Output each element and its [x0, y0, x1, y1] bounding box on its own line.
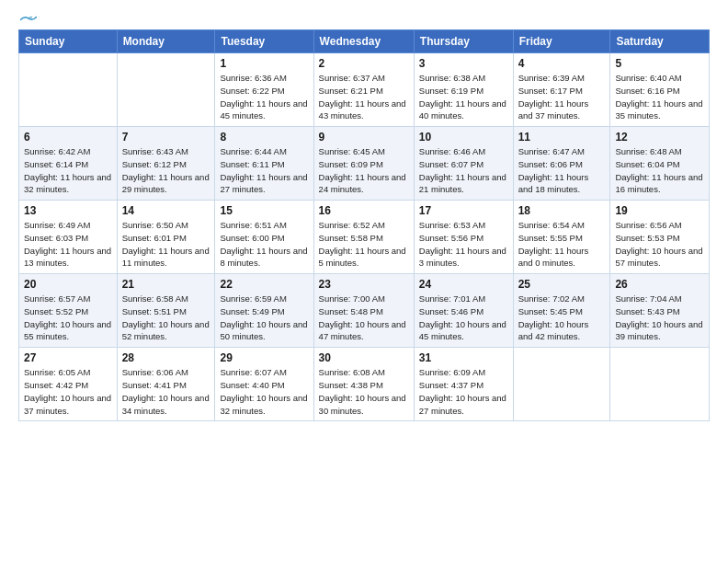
day-number: 7 — [122, 131, 210, 144]
calendar-cell: 25Sunrise: 7:02 AMSunset: 5:45 PMDayligh… — [513, 274, 610, 348]
calendar-table: SundayMondayTuesdayWednesdayThursdayFrid… — [18, 29, 710, 421]
day-info: Sunrise: 6:45 AMSunset: 6:09 PMDaylight:… — [319, 145, 409, 196]
day-number: 25 — [518, 278, 606, 291]
calendar-cell: 28Sunrise: 6:06 AMSunset: 4:41 PMDayligh… — [117, 348, 215, 421]
calendar-cell: 20Sunrise: 6:57 AMSunset: 5:52 PMDayligh… — [19, 274, 118, 348]
day-info: Sunrise: 6:08 AMSunset: 4:38 PMDaylight:… — [319, 366, 409, 417]
day-number: 1 — [220, 57, 308, 70]
day-info: Sunrise: 6:36 AMSunset: 6:22 PMDaylight:… — [220, 72, 308, 122]
calendar-cell: 23Sunrise: 7:00 AMSunset: 5:48 PMDayligh… — [313, 274, 414, 348]
calendar-cell: 14Sunrise: 6:50 AMSunset: 6:01 PMDayligh… — [117, 201, 215, 274]
day-info: Sunrise: 6:46 AMSunset: 6:07 PMDaylight:… — [419, 145, 508, 196]
day-number: 31 — [419, 351, 508, 364]
weekday-header-sunday: Sunday — [19, 30, 118, 53]
day-info: Sunrise: 6:48 AMSunset: 6:04 PMDaylight:… — [615, 145, 704, 196]
day-info: Sunrise: 6:52 AMSunset: 5:58 PMDaylight:… — [319, 219, 409, 270]
calendar-cell: 11Sunrise: 6:47 AMSunset: 6:06 PMDayligh… — [513, 127, 610, 201]
day-number: 12 — [615, 131, 704, 144]
calendar-cell: 10Sunrise: 6:46 AMSunset: 6:07 PMDayligh… — [414, 127, 513, 201]
calendar-week-1: 1Sunrise: 6:36 AMSunset: 6:22 PMDaylight… — [19, 53, 710, 127]
day-info: Sunrise: 6:43 AMSunset: 6:12 PMDaylight:… — [122, 145, 210, 196]
calendar-cell: 27Sunrise: 6:05 AMSunset: 4:42 PMDayligh… — [19, 348, 118, 421]
day-info: Sunrise: 6:51 AMSunset: 6:00 PMDaylight:… — [220, 219, 308, 270]
calendar-cell: 1Sunrise: 6:36 AMSunset: 6:22 PMDaylight… — [215, 53, 313, 127]
day-info: Sunrise: 6:42 AMSunset: 6:14 PMDaylight:… — [24, 145, 112, 196]
day-number: 18 — [518, 204, 606, 217]
calendar-cell: 7Sunrise: 6:43 AMSunset: 6:12 PMDaylight… — [117, 127, 215, 201]
day-number: 24 — [419, 278, 508, 291]
day-info: Sunrise: 7:00 AMSunset: 5:48 PMDaylight:… — [319, 293, 409, 343]
day-number: 26 — [615, 278, 704, 291]
day-number: 9 — [319, 131, 409, 144]
calendar-cell: 24Sunrise: 7:01 AMSunset: 5:46 PMDayligh… — [414, 274, 513, 348]
calendar-week-4: 20Sunrise: 6:57 AMSunset: 5:52 PMDayligh… — [19, 274, 710, 348]
day-number: 29 — [220, 351, 308, 364]
logo-bird-icon — [20, 15, 37, 26]
day-number: 8 — [220, 131, 308, 144]
day-number: 3 — [419, 57, 508, 70]
day-number: 23 — [319, 278, 409, 291]
day-info: Sunrise: 6:06 AMSunset: 4:41 PMDaylight:… — [122, 366, 210, 417]
calendar-cell: 22Sunrise: 6:59 AMSunset: 5:49 PMDayligh… — [215, 274, 313, 348]
calendar-cell: 31Sunrise: 6:09 AMSunset: 4:37 PMDayligh… — [414, 348, 513, 421]
day-info: Sunrise: 6:44 AMSunset: 6:11 PMDaylight:… — [220, 145, 308, 196]
calendar-cell: 30Sunrise: 6:08 AMSunset: 4:38 PMDayligh… — [313, 348, 414, 421]
day-number: 16 — [319, 204, 409, 217]
day-info: Sunrise: 6:57 AMSunset: 5:52 PMDaylight:… — [24, 293, 112, 343]
day-number: 22 — [220, 278, 308, 291]
calendar-cell: 4Sunrise: 6:39 AMSunset: 6:17 PMDaylight… — [513, 53, 610, 127]
calendar-cell: 6Sunrise: 6:42 AMSunset: 6:14 PMDaylight… — [19, 127, 118, 201]
day-info: Sunrise: 6:58 AMSunset: 5:51 PMDaylight:… — [122, 293, 210, 343]
calendar-cell: 19Sunrise: 6:56 AMSunset: 5:53 PMDayligh… — [610, 201, 710, 274]
calendar-week-5: 27Sunrise: 6:05 AMSunset: 4:42 PMDayligh… — [19, 348, 710, 421]
day-number: 10 — [419, 131, 508, 144]
day-number: 20 — [24, 278, 112, 291]
day-number: 2 — [319, 57, 409, 70]
calendar-week-2: 6Sunrise: 6:42 AMSunset: 6:14 PMDaylight… — [19, 127, 710, 201]
day-info: Sunrise: 7:04 AMSunset: 5:43 PMDaylight:… — [615, 293, 704, 343]
calendar-cell: 5Sunrise: 6:40 AMSunset: 6:16 PMDaylight… — [610, 53, 710, 127]
day-info: Sunrise: 6:47 AMSunset: 6:06 PMDaylight:… — [518, 145, 606, 196]
day-info: Sunrise: 6:37 AMSunset: 6:21 PMDaylight:… — [319, 72, 409, 122]
calendar-cell: 29Sunrise: 6:07 AMSunset: 4:40 PMDayligh… — [215, 348, 313, 421]
calendar-cell: 13Sunrise: 6:49 AMSunset: 6:03 PMDayligh… — [19, 201, 118, 274]
day-info: Sunrise: 6:56 AMSunset: 5:53 PMDaylight:… — [615, 219, 704, 270]
day-number: 21 — [122, 278, 210, 291]
calendar-cell: 26Sunrise: 7:04 AMSunset: 5:43 PMDayligh… — [610, 274, 710, 348]
day-number: 6 — [24, 131, 112, 144]
calendar-cell — [513, 348, 610, 421]
weekday-header-friday: Friday — [513, 30, 610, 53]
day-number: 13 — [24, 204, 112, 217]
calendar-cell: 8Sunrise: 6:44 AMSunset: 6:11 PMDaylight… — [215, 127, 313, 201]
day-number: 17 — [419, 204, 508, 217]
calendar-cell: 15Sunrise: 6:51 AMSunset: 6:00 PMDayligh… — [215, 201, 313, 274]
logo — [18, 15, 37, 22]
day-info: Sunrise: 6:49 AMSunset: 6:03 PMDaylight:… — [24, 219, 112, 270]
day-info: Sunrise: 6:40 AMSunset: 6:16 PMDaylight:… — [615, 72, 704, 122]
day-number: 28 — [122, 351, 210, 364]
weekday-header-wednesday: Wednesday — [313, 30, 414, 53]
day-info: Sunrise: 6:09 AMSunset: 4:37 PMDaylight:… — [419, 366, 508, 417]
day-number: 14 — [122, 204, 210, 217]
day-info: Sunrise: 7:01 AMSunset: 5:46 PMDaylight:… — [419, 293, 508, 343]
day-info: Sunrise: 6:54 AMSunset: 5:55 PMDaylight:… — [518, 219, 606, 270]
day-info: Sunrise: 6:38 AMSunset: 6:19 PMDaylight:… — [419, 72, 508, 122]
calendar-cell — [19, 53, 118, 127]
day-info: Sunrise: 6:53 AMSunset: 5:56 PMDaylight:… — [419, 219, 508, 270]
header — [18, 15, 710, 22]
day-info: Sunrise: 6:39 AMSunset: 6:17 PMDaylight:… — [518, 72, 606, 122]
page: SundayMondayTuesdayWednesdayThursdayFrid… — [0, 0, 728, 436]
day-number: 4 — [518, 57, 606, 70]
day-number: 27 — [24, 351, 112, 364]
day-number: 5 — [615, 57, 704, 70]
weekday-header-tuesday: Tuesday — [215, 30, 313, 53]
calendar-cell: 12Sunrise: 6:48 AMSunset: 6:04 PMDayligh… — [610, 127, 710, 201]
day-info: Sunrise: 6:05 AMSunset: 4:42 PMDaylight:… — [24, 366, 112, 417]
day-info: Sunrise: 6:50 AMSunset: 6:01 PMDaylight:… — [122, 219, 210, 270]
weekday-header-row: SundayMondayTuesdayWednesdayThursdayFrid… — [19, 30, 710, 53]
calendar-cell: 21Sunrise: 6:58 AMSunset: 5:51 PMDayligh… — [117, 274, 215, 348]
calendar-cell: 17Sunrise: 6:53 AMSunset: 5:56 PMDayligh… — [414, 201, 513, 274]
day-number: 11 — [518, 131, 606, 144]
calendar-cell — [610, 348, 710, 421]
calendar-cell: 2Sunrise: 6:37 AMSunset: 6:21 PMDaylight… — [313, 53, 414, 127]
